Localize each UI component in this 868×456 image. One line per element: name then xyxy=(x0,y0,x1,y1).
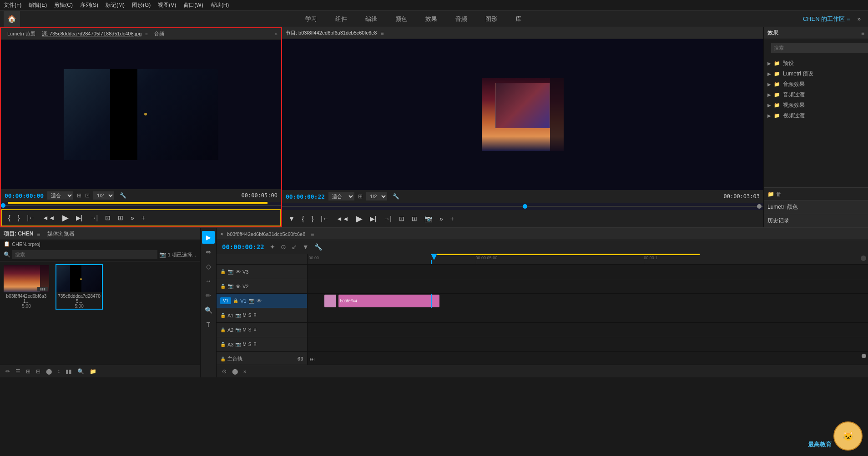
proj-tool-grid[interactable]: ⊞ xyxy=(24,367,32,376)
source-ctrl-overwrite[interactable]: ⊞ xyxy=(115,213,126,222)
a3-m-btn[interactable]: M xyxy=(242,342,246,347)
tool-roll[interactable]: ↔ xyxy=(202,275,215,287)
nav-graphics[interactable]: 图形 xyxy=(482,13,501,25)
track-master-content[interactable]: ⏭ xyxy=(308,352,868,365)
timeline-expand-icon[interactable]: ≡ xyxy=(311,231,314,237)
menu-marker[interactable]: 标记(M) xyxy=(106,1,125,9)
source-ctrl-add[interactable]: + xyxy=(139,213,148,222)
tl-bottom-btn-2[interactable]: ⬤ xyxy=(230,367,240,376)
v2-lock-icon[interactable]: 🔒 xyxy=(220,284,226,289)
a3-camera-icon[interactable]: 📷 xyxy=(235,342,241,347)
program-ctrl-go-in[interactable]: |← xyxy=(318,214,332,223)
track-v3-content[interactable] xyxy=(308,265,868,279)
program-ctrl-more[interactable]: » xyxy=(437,214,446,223)
effects-toolbar-icon[interactable]: 📁 xyxy=(767,191,774,197)
track-a3-content[interactable] xyxy=(308,337,868,351)
v2-camera-icon[interactable]: 📷 xyxy=(227,283,234,289)
proj-tool-list[interactable]: ☰ xyxy=(14,367,22,376)
program-ctrl-go-out[interactable]: →| xyxy=(381,214,394,223)
source-ctrl-mark-in[interactable]: { xyxy=(5,213,13,222)
source-ctrl-go-out[interactable]: →| xyxy=(87,213,101,222)
program-fit-select[interactable]: 适合 25% 50% 100% xyxy=(328,192,354,200)
proj-tool-freeform[interactable]: ⊟ xyxy=(34,367,42,376)
track-v2-content[interactable] xyxy=(308,279,868,293)
tl-add-marker[interactable]: ↙ xyxy=(290,242,299,251)
a2-camera-icon[interactable]: 📷 xyxy=(235,327,241,332)
v2-eye-icon[interactable]: 👁 xyxy=(236,284,241,289)
effects-item-lumetri[interactable]: ▶ 📁 Lumetri 预设 xyxy=(764,69,868,79)
media-item-sunset[interactable]: ▮▮▮ b03f8ff442ed6bf6a31... 5:00 xyxy=(4,265,49,309)
nav-library[interactable]: 库 xyxy=(512,13,525,25)
menu-clip[interactable]: 剪辑(C) xyxy=(54,1,73,9)
v3-lock-icon[interactable]: 🔒 xyxy=(220,269,226,274)
a3-mic-icon[interactable]: 🎙 xyxy=(253,342,257,347)
source-fit-select[interactable]: 适合 25% 50% 100% xyxy=(47,191,73,200)
source-ctrl-step-fwd[interactable]: ▶| xyxy=(73,213,86,222)
a1-s-btn[interactable]: S xyxy=(248,313,252,318)
track-a2-content[interactable] xyxy=(308,323,868,337)
tl-link-btn[interactable]: ⊙ xyxy=(279,242,288,251)
v1-camera-icon[interactable]: 📷 xyxy=(248,298,255,304)
master-lock-icon[interactable]: 🔒 xyxy=(220,356,226,361)
tool-zoom[interactable]: 🔍 xyxy=(202,304,215,316)
v3-eye-icon[interactable]: 👁 xyxy=(236,269,241,275)
a1-m-btn[interactable]: M xyxy=(242,313,246,318)
nav-audio[interactable]: 音频 xyxy=(452,13,471,25)
program-ctrl-add[interactable]: + xyxy=(448,214,457,223)
menu-graphics[interactable]: 图形(G) xyxy=(132,1,151,9)
tl-bottom-btn-1[interactable]: ⊙ xyxy=(220,367,228,376)
proj-tool-columns[interactable]: ▮▮ xyxy=(64,367,74,376)
tl-settings[interactable]: 🔧 xyxy=(313,242,324,251)
a3-lock-icon[interactable]: 🔒 xyxy=(220,342,226,347)
tl-marker-drop[interactable]: ▼ xyxy=(301,242,311,251)
program-ctrl-play[interactable]: ▶ xyxy=(353,213,365,225)
tl-bottom-btn-3[interactable]: » xyxy=(242,367,248,376)
program-expand-icon[interactable]: ≡ xyxy=(380,30,384,36)
effects-item-preset[interactable]: ▶ 📁 预设 xyxy=(764,58,868,69)
v3-camera-icon[interactable]: 📷 xyxy=(227,269,234,275)
program-quality-select[interactable]: 1/2 1/4 Full xyxy=(366,192,387,200)
lumetri-scope-tab[interactable]: Lumetri 范围 xyxy=(5,30,38,38)
home-button[interactable]: 🏠 xyxy=(4,11,20,27)
proj-tool-slider[interactable]: ⬤ xyxy=(44,367,54,376)
nav-edit[interactable]: 编辑 xyxy=(362,13,381,25)
effects-item-audio-transition[interactable]: ▶ 📁 音频过渡 xyxy=(764,90,868,100)
source-ctrl-more[interactable]: » xyxy=(128,213,137,222)
lumetri-color-section[interactable]: Lumetri 颜色 xyxy=(764,200,868,214)
tool-ripple[interactable]: ◇ xyxy=(202,260,215,273)
source-quality-select[interactable]: 1/2 1/4 Full xyxy=(93,191,114,200)
effects-expand-icon[interactable]: ≡ xyxy=(861,30,864,36)
source-more-btn[interactable]: » xyxy=(275,31,278,36)
source-ctrl-mark-out[interactable]: } xyxy=(15,213,23,222)
v1-active-btn[interactable]: V1 xyxy=(220,297,231,304)
menu-window[interactable]: 窗口(W) xyxy=(183,1,203,9)
program-ctrl-marker[interactable]: ▼ xyxy=(286,214,298,223)
program-ctrl-step-fwd[interactable]: ▶| xyxy=(367,214,379,223)
nav-components[interactable]: 组件 xyxy=(332,13,351,25)
project-camera-icon[interactable]: 📷 xyxy=(159,251,166,258)
media-item-dark[interactable]: 735c8dddca7d284705... 5:00 xyxy=(56,265,102,309)
nav-learn[interactable]: 学习 xyxy=(302,13,321,25)
program-ctrl-mark-in[interactable]: { xyxy=(299,214,307,223)
source-ctrl-step-back[interactable]: ◄◄ xyxy=(40,213,58,222)
proj-tool-folder[interactable]: 📁 xyxy=(88,367,98,376)
master-skip-icon[interactable]: ⏭ xyxy=(309,356,315,362)
proj-tool-pencil[interactable]: ✏ xyxy=(4,367,12,376)
a3-s-btn[interactable]: S xyxy=(248,342,252,347)
a2-m-btn[interactable]: M xyxy=(242,327,246,332)
program-ctrl-camera[interactable]: 📷 xyxy=(422,214,435,223)
source-ctrl-go-in[interactable]: |← xyxy=(24,213,38,222)
v1-clip-pink[interactable]: b03f8ff44 xyxy=(338,295,439,307)
effects-item-video-effects[interactable]: ▶ 📁 视频效果 xyxy=(764,100,868,110)
program-scrubber[interactable] xyxy=(282,203,763,210)
a1-mic-icon[interactable]: 🎙 xyxy=(253,313,257,318)
v1-eye-icon[interactable]: 👁 xyxy=(257,298,262,304)
tool-text[interactable]: T xyxy=(202,318,215,331)
ruler-marks-area[interactable]: :00:00 00:00:05:00 00:00:1 xyxy=(308,254,868,264)
program-ctrl-mark-out[interactable]: } xyxy=(309,214,317,223)
media-browser-tab[interactable]: 媒体浏览器 xyxy=(47,230,75,238)
tool-pen[interactable]: ✏ xyxy=(202,289,215,302)
v1-lock-icon[interactable]: 🔒 xyxy=(233,298,238,303)
history-section[interactable]: 历史记录 xyxy=(764,214,868,227)
a2-mic-icon[interactable]: 🎙 xyxy=(253,327,257,332)
